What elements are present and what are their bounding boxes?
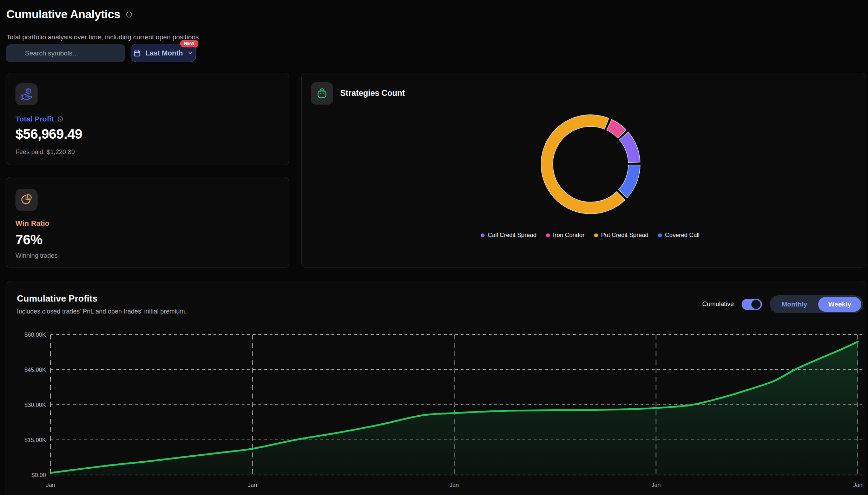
period-button-label: Last Month xyxy=(145,49,183,57)
win-ratio-footnote: Winning trades xyxy=(15,252,58,259)
svg-text:$0.00: $0.00 xyxy=(32,472,46,478)
cumulative-profits-chart[interactable]: $0.00$15.00K$30.00K$45.00K$60.00KJanJanJ… xyxy=(6,281,867,495)
total-profit-card: $ Total Profit $56,969.49 Fees paid: $1,… xyxy=(6,73,289,165)
svg-text:Jan: Jan xyxy=(248,482,257,488)
svg-text:Jan: Jan xyxy=(449,482,459,488)
svg-text:Jan: Jan xyxy=(853,482,863,488)
legend-label: Call Credit Spread xyxy=(488,232,537,239)
legend-label: Put Credit Spread xyxy=(601,232,649,239)
svg-text:Jan: Jan xyxy=(46,482,55,488)
svg-text:$: $ xyxy=(27,89,29,93)
new-badge: NEW xyxy=(180,40,198,47)
chevron-down-icon xyxy=(187,50,193,56)
svg-text:$30.00K: $30.00K xyxy=(25,402,46,408)
strategies-donut-chart[interactable] xyxy=(539,113,642,216)
legend-item-iron-condor[interactable]: Iron Condor xyxy=(546,232,585,239)
legend-item-call-credit-spread[interactable]: Call Credit Spread xyxy=(481,232,537,239)
search-input[interactable] xyxy=(6,44,125,62)
page-header: Cumulative Analytics xyxy=(6,8,133,21)
pie-chart-icon xyxy=(15,189,38,211)
win-ratio-value: 76% xyxy=(15,232,42,248)
total-profit-fees: Fees paid: $1,220.89 xyxy=(15,148,75,156)
cumulative-profits-panel: Cumulative Profits Includes closed trade… xyxy=(6,281,866,495)
hand-coin-icon: $ xyxy=(15,83,38,105)
svg-text:$60.00K: $60.00K xyxy=(25,331,46,338)
win-ratio-card: Win Ratio 76% Winning trades xyxy=(6,177,289,268)
legend-dot xyxy=(546,233,550,237)
legend-label: Covered Call xyxy=(665,232,699,239)
svg-text:Jan: Jan xyxy=(651,482,661,488)
page-subtitle: Total portfolio analysis over time, incl… xyxy=(6,33,199,41)
shopping-bag-icon xyxy=(311,82,333,105)
legend-item-covered-call[interactable]: Covered Call xyxy=(658,232,699,239)
total-profit-label: Total Profit xyxy=(15,115,64,123)
win-ratio-label-text: Win Ratio xyxy=(15,219,50,227)
total-profit-label-text: Total Profit xyxy=(15,115,54,123)
total-profit-info-icon[interactable] xyxy=(57,116,64,122)
svg-text:$15.00K: $15.00K xyxy=(25,437,46,443)
strategies-legend: Call Credit Spread Iron Condor Put Credi… xyxy=(314,232,866,239)
legend-dot xyxy=(481,233,485,237)
strategies-count-title: Strategies Count xyxy=(340,88,405,98)
win-ratio-label: Win Ratio xyxy=(15,219,50,227)
total-profit-value: $56,969.49 xyxy=(15,126,82,142)
page-title: Cumulative Analytics xyxy=(6,8,120,21)
svg-text:$45.00K: $45.00K xyxy=(25,367,46,373)
period-dropdown-button[interactable]: Last Month NEW xyxy=(131,44,196,62)
strategies-count-card: Strategies Count Call Credit Spread Iron… xyxy=(301,73,866,268)
cumulative-analytics-page: Cumulative Analytics Total portfolio ana… xyxy=(0,0,868,495)
legend-dot xyxy=(594,233,598,237)
calendar-icon xyxy=(133,49,141,57)
legend-label: Iron Condor xyxy=(553,232,585,239)
legend-item-put-credit-spread[interactable]: Put Credit Spread xyxy=(594,232,649,239)
title-info-icon[interactable] xyxy=(125,11,133,18)
legend-dot xyxy=(658,233,662,237)
